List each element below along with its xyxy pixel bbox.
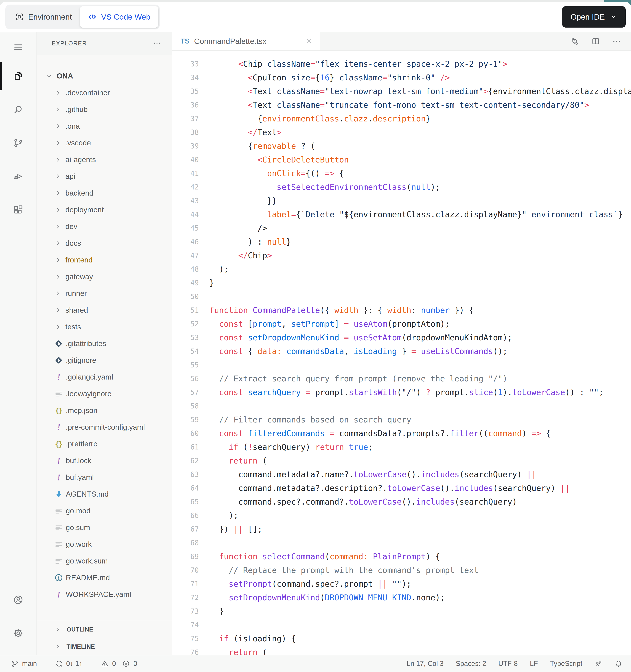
timeline-section-header[interactable]: TIMELINE: [37, 638, 172, 655]
tab-environment[interactable]: Environment: [7, 6, 80, 28]
tree-item[interactable]: !.golangci.yaml: [37, 369, 172, 385]
tree-item[interactable]: .github: [37, 101, 172, 118]
code-line[interactable]: 68: [172, 536, 631, 550]
code-line[interactable]: 41 onClick={() => {: [172, 167, 631, 180]
source-control-icon[interactable]: [0, 126, 37, 160]
code-line[interactable]: 63 command.metadata?.name?.toLowerCase()…: [172, 467, 631, 481]
tree-item[interactable]: .ona: [37, 118, 172, 135]
code-line[interactable]: 70 // Replace the prompt with the comman…: [172, 563, 631, 577]
tree-item[interactable]: !WORKSPACE.yaml: [37, 586, 172, 603]
code-line[interactable]: 62 return (: [172, 454, 631, 467]
code-line[interactable]: 42 setSelectedEnvironmentClass(null);: [172, 180, 631, 194]
tree-item[interactable]: ai-agents: [37, 151, 172, 168]
open-changes-icon[interactable]: [570, 37, 579, 46]
encoding-setting[interactable]: UTF-8: [498, 659, 518, 668]
more-actions-icon[interactable]: [612, 37, 621, 46]
code-line[interactable]: 52 const [prompt, setPrompt] = useAtom(p…: [172, 317, 631, 331]
tree-item[interactable]: go.mod: [37, 503, 172, 519]
code-line[interactable]: 50: [172, 290, 631, 303]
code-line[interactable]: 48 );: [172, 262, 631, 276]
code-line[interactable]: 53 const setDropdownMenuKind = useSetAto…: [172, 331, 631, 344]
code-line[interactable]: 33 <Chip className="flex items-center sp…: [172, 57, 631, 71]
code-line[interactable]: 47 </Chip>: [172, 248, 631, 262]
code-line[interactable]: 72 setDropdownMenuKind(DROPDOWN_MENU_KIN…: [172, 591, 631, 604]
outline-section-header[interactable]: OUTLINE: [37, 621, 172, 638]
code-line[interactable]: 60 const filteredCommands = commandsData…: [172, 427, 631, 440]
code-line[interactable]: 69 function selectCommand(command: Plain…: [172, 550, 631, 563]
code-line[interactable]: 44 label={`Delete "${environmentClass.cl…: [172, 208, 631, 221]
tree-item[interactable]: docs: [37, 235, 172, 251]
close-tab-icon[interactable]: [305, 38, 313, 45]
code-editor[interactable]: 33 <Chip className="flex items-center sp…: [172, 51, 631, 655]
tree-item[interactable]: !.pre-commit-config.yaml: [37, 419, 172, 436]
tree-item[interactable]: !buf.lock: [37, 452, 172, 469]
code-line[interactable]: 64 command.metadata?.description?.toLowe…: [172, 481, 631, 495]
open-ide-button[interactable]: Open IDE: [562, 6, 626, 28]
code-line[interactable]: 71 setPrompt(command.spec?.prompt || "")…: [172, 577, 631, 591]
code-line[interactable]: 57 const searchQuery = prompt.startsWith…: [172, 385, 631, 399]
tree-item[interactable]: AGENTS.md: [37, 486, 172, 503]
code-line[interactable]: 40 <CircleDeleteButton: [172, 153, 631, 167]
code-line[interactable]: 54 const { data: commandsData, isLoading…: [172, 344, 631, 358]
tree-item[interactable]: tests: [37, 318, 172, 335]
tree-item[interactable]: !buf.yaml: [37, 469, 172, 486]
tree-item[interactable]: frontend: [37, 251, 172, 268]
tree-item[interactable]: dev: [37, 218, 172, 235]
tree-item[interactable]: go.work: [37, 536, 172, 553]
branch-indicator[interactable]: main: [11, 659, 37, 668]
code-line[interactable]: 67 }) || [];: [172, 522, 631, 536]
tree-item[interactable]: go.sum: [37, 519, 172, 536]
code-line[interactable]: 49}: [172, 276, 631, 290]
tree-item[interactable]: runner: [37, 285, 172, 302]
code-line[interactable]: 51function CommandPalette({ width }: { w…: [172, 303, 631, 317]
language-mode[interactable]: TypeScript: [550, 659, 582, 668]
tree-item[interactable]: .gitattributes: [37, 335, 172, 352]
tree-item[interactable]: README.md: [37, 569, 172, 586]
code-line[interactable]: 45 />: [172, 221, 631, 235]
files-icon[interactable]: [0, 59, 37, 93]
tree-root-ona[interactable]: ONA: [37, 68, 172, 85]
split-editor-icon[interactable]: [591, 37, 600, 46]
tree-item[interactable]: gateway: [37, 268, 172, 285]
code-line[interactable]: 39 {removable ? (: [172, 139, 631, 153]
tree-item[interactable]: api: [37, 168, 172, 185]
code-line[interactable]: 38 </Text>: [172, 125, 631, 139]
settings-gear-icon[interactable]: [0, 617, 37, 650]
code-line[interactable]: 56 // Extract search query from prompt (…: [172, 372, 631, 385]
indentation-setting[interactable]: Spaces: 2: [456, 659, 486, 668]
code-line[interactable]: 76 return (: [172, 645, 631, 655]
run-debug-icon[interactable]: [0, 160, 37, 193]
code-line[interactable]: 58: [172, 399, 631, 413]
code-line[interactable]: 66 );: [172, 508, 631, 522]
tree-item[interactable]: .leewayignore: [37, 385, 172, 402]
tree-item[interactable]: .devcontainer: [37, 85, 172, 101]
cursor-position[interactable]: Ln 17, Col 3: [407, 659, 444, 668]
tree-item[interactable]: .vscode: [37, 135, 172, 151]
explorer-more-actions-icon[interactable]: [153, 39, 161, 48]
problems-indicator[interactable]: 0 0: [101, 659, 137, 668]
tree-item[interactable]: deployment: [37, 201, 172, 218]
code-line[interactable]: 65 command.spec?.command?.toLowerCase().…: [172, 495, 631, 508]
eol-setting[interactable]: LF: [530, 659, 538, 668]
tree-item[interactable]: shared: [37, 302, 172, 318]
extensions-icon[interactable]: [0, 193, 37, 226]
code-line[interactable]: 74: [172, 618, 631, 632]
code-line[interactable]: 37 {environmentClass.clazz.description}: [172, 112, 631, 125]
tree-item[interactable]: {}.prettierrc: [37, 436, 172, 452]
menu-icon[interactable]: [0, 35, 37, 59]
tree-item[interactable]: backend: [37, 185, 172, 201]
code-line[interactable]: 35 <Text className="text-nowrap text-sm …: [172, 85, 631, 98]
code-line[interactable]: 61 if (!searchQuery) return true;: [172, 440, 631, 454]
code-line[interactable]: 55: [172, 358, 631, 372]
account-icon[interactable]: [0, 583, 37, 617]
code-line[interactable]: 46 ) : null}: [172, 235, 631, 248]
code-line[interactable]: 34 <CpuIcon size={16} className="shrink-…: [172, 71, 631, 85]
code-line[interactable]: 73 }: [172, 604, 631, 618]
tab-vscode-web[interactable]: VS Code Web: [80, 6, 158, 28]
code-line[interactable]: 75 if (isLoading) {: [172, 632, 631, 645]
tree-item[interactable]: .gitignore: [37, 352, 172, 369]
tree-item[interactable]: {}.mcp.json: [37, 402, 172, 419]
tree-item[interactable]: go.work.sum: [37, 553, 172, 569]
tab-commandpalette[interactable]: TS CommandPalette.tsx: [172, 32, 320, 50]
notifications-bell-icon[interactable]: [615, 659, 623, 668]
